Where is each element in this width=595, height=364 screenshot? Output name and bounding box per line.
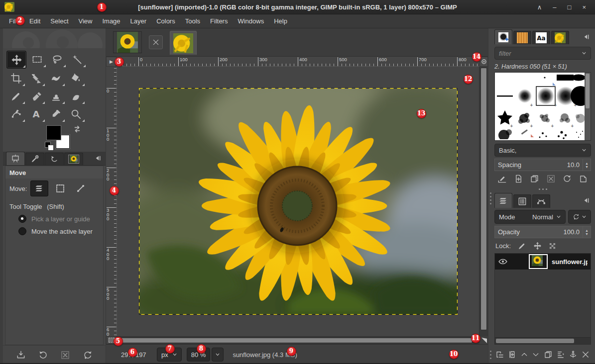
duplicate-brush-icon[interactable] [530, 174, 539, 183]
vertical-ruler[interactable]: 0100200300400500600 [106, 67, 117, 336]
tab-gradients[interactable] [551, 31, 569, 44]
tab-device-status[interactable] [25, 153, 44, 165]
zoom-dropdown-button[interactable] [212, 348, 224, 362]
delete-brush-icon[interactable] [546, 174, 556, 183]
dock-menu-icon[interactable] [583, 33, 590, 40]
text-tool[interactable] [26, 105, 45, 122]
move-path-button[interactable] [72, 181, 89, 196]
brush-grid[interactable]: +++ ++++ [494, 72, 591, 141]
refresh-brushes-icon[interactable] [562, 174, 572, 183]
merge-layer-icon[interactable] [556, 350, 565, 359]
dock-menu-icon[interactable] [95, 155, 102, 162]
menu-item-edit[interactable]: Edit [24, 15, 45, 27]
brush-filter-input[interactable]: filter [494, 47, 591, 60]
new-brush-icon[interactable] [514, 174, 523, 183]
layer-row-sunflower[interactable]: sunflower.jpg [495, 254, 591, 270]
color-picker-tool[interactable] [46, 105, 65, 122]
image-tab-sunflower[interactable] [113, 31, 142, 53]
maximize-button[interactable]: □ [568, 3, 572, 11]
menu-item-help[interactable]: Help [269, 15, 292, 27]
delete-layer-icon[interactable] [581, 350, 590, 359]
tab-layers[interactable] [494, 193, 512, 208]
clone-tool[interactable] [46, 88, 65, 104]
opacity-spinner[interactable]: ▲▼ [583, 226, 591, 238]
menu-item-tools[interactable]: Tools [180, 15, 205, 27]
lock-pixels-icon[interactable] [518, 242, 526, 250]
menu-item-colors[interactable]: Colors [151, 15, 180, 27]
menu-item-view[interactable]: View [74, 15, 98, 27]
layer-list-scrollbar[interactable] [495, 337, 591, 344]
layer-mode-dropdown[interactable]: Mode Normal [494, 210, 566, 224]
radio-move-active[interactable] [18, 227, 26, 235]
sunflower-image[interactable] [139, 88, 458, 315]
eraser-tool[interactable] [26, 88, 45, 104]
shade-button[interactable]: ∧ [537, 3, 542, 11]
menu-item-windows[interactable]: Windows [233, 15, 269, 27]
tab-fonts[interactable]: Aa [532, 31, 550, 44]
spacing-slider[interactable]: Spacing 10.0 ▲▼ [494, 159, 591, 171]
mode-switch-button[interactable] [568, 210, 591, 224]
raise-layer-icon[interactable] [520, 351, 528, 359]
paths-tool[interactable] [6, 105, 25, 122]
foreground-color-swatch[interactable] [47, 126, 61, 140]
bucket-fill-tool[interactable] [66, 70, 85, 87]
horizontal-ruler[interactable]: 0100200300400500600700800 [117, 57, 479, 67]
open-brush-icon[interactable] [579, 174, 588, 183]
tab-paths[interactable] [532, 194, 550, 208]
brush-tag-dropdown[interactable]: Basic, [494, 144, 591, 157]
tab-patterns[interactable] [513, 31, 531, 44]
crop-tool[interactable] [6, 70, 25, 87]
free-select-tool[interactable] [47, 51, 66, 68]
image-tab-flower2[interactable] [170, 31, 197, 55]
reset-preset-icon[interactable] [83, 350, 93, 360]
swap-colors-icon[interactable] [73, 125, 82, 134]
canvas-viewport[interactable] [117, 67, 479, 336]
layer-visibility-icon[interactable] [498, 257, 508, 267]
layer-list-empty[interactable] [495, 270, 591, 337]
opacity-slider[interactable]: Opacity 100.0 ▲▼ [494, 226, 591, 238]
tab-tool-options[interactable] [6, 152, 25, 165]
spacing-spinner[interactable]: ▲▼ [583, 159, 591, 171]
anchor-layer-icon[interactable] [569, 350, 578, 359]
brush-grid-scrollbar[interactable] [585, 73, 591, 140]
lock-position-icon[interactable] [533, 242, 542, 250]
edit-brush-icon[interactable] [497, 174, 507, 183]
move-tool[interactable] [6, 51, 26, 69]
close-image-icon[interactable] [149, 35, 163, 49]
unified-transform-tool[interactable] [26, 70, 45, 87]
radio-pick-layer[interactable] [18, 215, 26, 223]
tab-image-thumbnail[interactable] [64, 153, 83, 165]
lock-alpha-icon[interactable] [549, 242, 556, 250]
tab-channels[interactable] [513, 194, 531, 208]
horizontal-scrollbar[interactable] [117, 336, 479, 344]
menu-item-select[interactable]: Select [45, 15, 73, 27]
delete-preset-icon[interactable] [60, 350, 70, 360]
restore-preset-icon[interactable] [38, 350, 48, 360]
menu-item-image[interactable]: Image [97, 15, 125, 27]
new-layer-group-icon[interactable] [508, 350, 517, 359]
move-selection-button[interactable] [52, 181, 69, 196]
menu-item-filters[interactable]: Filters [205, 15, 233, 27]
minimize-button[interactable]: – [553, 3, 556, 11]
warp-transform-tool[interactable] [46, 70, 65, 87]
save-preset-icon[interactable] [16, 350, 26, 360]
duplicate-layer-icon[interactable] [544, 350, 553, 359]
zoom-tool[interactable] [66, 105, 85, 122]
lower-layer-icon[interactable] [532, 351, 540, 359]
rectangle-select-tool[interactable] [27, 51, 46, 68]
default-colors-icon-bg[interactable] [48, 145, 54, 151]
fuzzy-select-tool[interactable] [67, 51, 86, 68]
dock-menu-icon[interactable] [583, 197, 590, 204]
navigation-icon[interactable] [479, 336, 488, 344]
close-button[interactable]: × [582, 3, 586, 11]
menu-item-layer[interactable]: Layer [125, 15, 152, 27]
vertical-scrollbar[interactable] [479, 67, 488, 336]
tab-undo-history[interactable] [45, 153, 64, 165]
dock-splitter[interactable] [494, 186, 591, 192]
dock-grip-2[interactable] [490, 351, 491, 359]
tab-brushes[interactable] [494, 29, 512, 44]
move-layer-button[interactable] [30, 181, 48, 196]
paintbrush-tool[interactable] [6, 88, 25, 104]
new-layer-icon[interactable] [495, 350, 504, 359]
dock-grip[interactable] [490, 192, 491, 204]
